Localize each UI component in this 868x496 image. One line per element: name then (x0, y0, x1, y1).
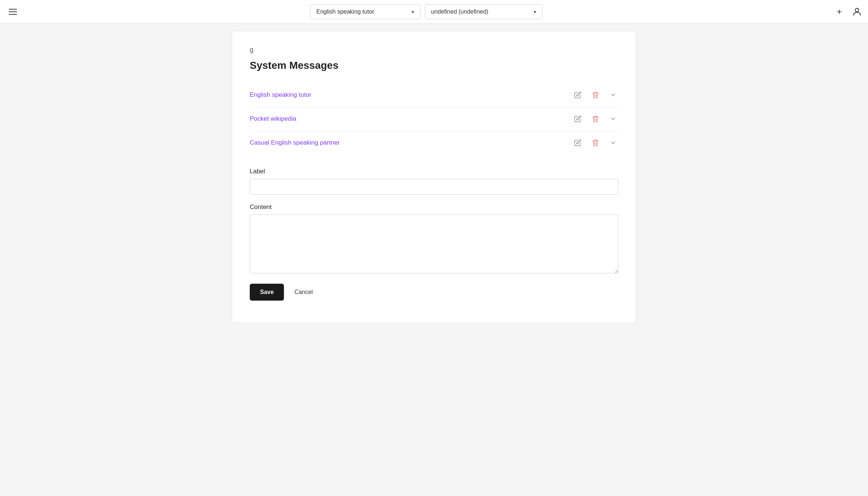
delete-button-3[interactable] (590, 138, 601, 148)
message-label-2[interactable]: Pocket wikipedia (250, 115, 296, 123)
label-field-label: Label (250, 168, 618, 175)
edit-button-1[interactable] (573, 90, 583, 100)
dropdown1-value: English speaking tutor (316, 8, 374, 15)
expand-button-1[interactable] (608, 90, 618, 100)
form-section: Label Content Save Cancel (250, 168, 618, 301)
section-title: System Messages (250, 60, 618, 71)
message-item: English speaking tutor (250, 83, 618, 107)
message-item: Casual English speaking partner (250, 131, 618, 155)
trash-icon (592, 139, 599, 146)
hamburger-button[interactable] (6, 6, 20, 18)
delete-button-2[interactable] (590, 114, 601, 124)
label-form-group: Label (250, 168, 618, 195)
edit-icon (574, 139, 581, 146)
dropdown2-value: undefined (undefined) (431, 8, 488, 15)
model-dropdown[interactable]: undefined (undefined) ▾ (425, 4, 542, 19)
edit-icon (574, 91, 581, 99)
form-actions: Save Cancel (250, 284, 618, 301)
message-label-3[interactable]: Casual English speaking partner (250, 139, 340, 146)
partial-page-title: g (250, 46, 618, 54)
trash-icon (592, 91, 599, 99)
svg-point-0 (855, 8, 858, 11)
chevron-down-icon: ▾ (412, 9, 414, 15)
messages-list: English speaking tutor (250, 83, 618, 155)
profile-button[interactable] (852, 7, 862, 17)
trash-icon (592, 115, 599, 123)
header-dropdowns: English speaking tutor ▾ undefined (unde… (24, 4, 828, 19)
user-icon (852, 7, 862, 17)
hamburger-line (9, 14, 17, 15)
cancel-button[interactable]: Cancel (291, 284, 316, 301)
content-form-group: Content (250, 203, 618, 275)
chevron-down-icon (609, 139, 617, 146)
add-button[interactable]: + (833, 5, 846, 18)
message-actions-1 (573, 90, 618, 100)
content-field-label: Content (250, 203, 618, 211)
main-content: g System Messages English speaking tutor (0, 24, 868, 330)
message-actions-2 (573, 114, 618, 124)
message-actions-3 (573, 138, 618, 148)
label-input[interactable] (250, 179, 618, 195)
message-label-1[interactable]: English speaking tutor (250, 91, 311, 99)
save-button[interactable]: Save (250, 284, 284, 301)
hamburger-line (9, 9, 17, 10)
edit-button-2[interactable] (573, 114, 583, 124)
chevron-down-icon: ▾ (534, 9, 536, 15)
hamburger-line (9, 11, 17, 12)
system-message-dropdown[interactable]: English speaking tutor ▾ (310, 4, 420, 19)
chevron-down-icon (609, 91, 617, 99)
delete-button-1[interactable] (590, 90, 601, 100)
content-textarea[interactable] (250, 215, 618, 273)
header: English speaking tutor ▾ undefined (unde… (0, 0, 868, 24)
expand-button-2[interactable] (608, 114, 618, 124)
content-card: g System Messages English speaking tutor (232, 31, 636, 323)
header-actions: + (833, 5, 862, 18)
chevron-down-icon (609, 115, 617, 123)
message-item: Pocket wikipedia (250, 107, 618, 131)
edit-button-3[interactable] (573, 138, 583, 148)
expand-button-3[interactable] (608, 138, 618, 148)
edit-icon (574, 115, 581, 123)
